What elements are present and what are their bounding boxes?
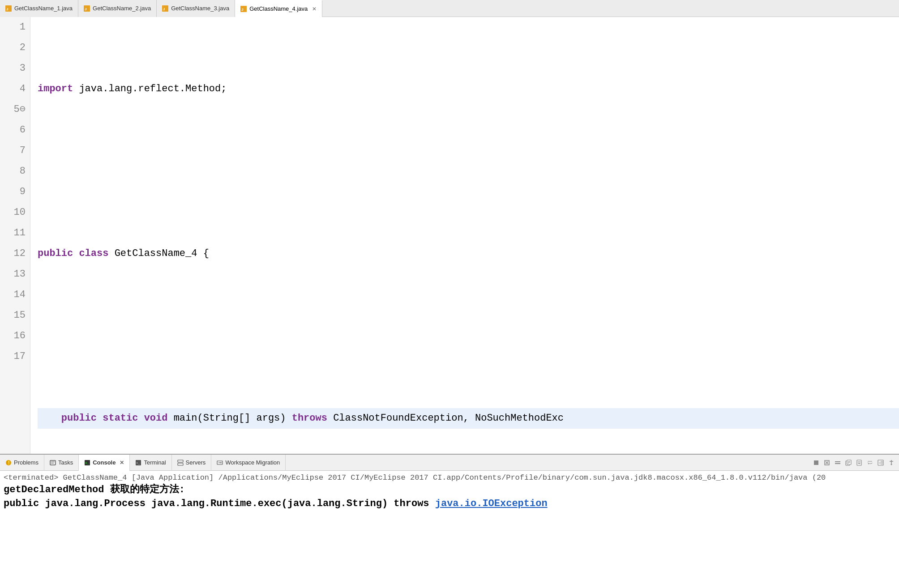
problems-tab-label: Problems: [14, 459, 39, 466]
line-num-14: 14: [4, 285, 26, 305]
tab-label: GetClassName_3.java: [171, 5, 229, 12]
tab-servers[interactable]: Servers: [172, 455, 212, 471]
java-file-icon: J: [240, 6, 247, 12]
svg-text:J: J: [241, 8, 243, 12]
terminate-button[interactable]: [822, 458, 832, 468]
remove-terminated-icon: [835, 460, 841, 466]
code-line-5: public static void main(String[] args) t…: [38, 408, 899, 429]
scroll-lock-button[interactable]: [854, 458, 864, 468]
svg-rect-33: [857, 460, 861, 465]
tasks-tab-label: Tasks: [58, 459, 73, 466]
pin-console-button[interactable]: [886, 458, 896, 468]
svg-rect-17: [178, 460, 183, 462]
tab-label: GetClassName_1.java: [14, 5, 73, 12]
code-view: 1 2 3 4 5⊖ 6 7 8 9 10 11 12 13 14 15 16 …: [0, 17, 899, 454]
tab-tasks[interactable]: Tasks: [44, 455, 79, 471]
ioexception-link[interactable]: java.io.IOException: [435, 498, 548, 509]
copy-stacks-button[interactable]: [843, 458, 853, 468]
line-num-7: 7: [4, 141, 26, 161]
tab-getclassname-2[interactable]: J GetClassName_2.java: [78, 0, 157, 17]
console-icon: >_: [84, 460, 90, 466]
svg-rect-27: [835, 463, 840, 464]
java-file-icon: J: [84, 5, 90, 12]
code-line-4: [38, 326, 899, 346]
line-num-1: 1: [4, 17, 26, 38]
word-wrap-button[interactable]: [865, 458, 875, 468]
tab-console[interactable]: >_ Console ✕: [79, 455, 130, 471]
word-wrap-icon: [867, 460, 873, 466]
svg-rect-10: [50, 460, 56, 465]
svg-text:>: >: [879, 461, 881, 465]
editor-tab-bar: J GetClassName_1.java J GetClassName_2.j…: [0, 0, 899, 17]
code-content-area[interactable]: import java.lang.reflect.Method; public …: [30, 17, 899, 454]
open-console-icon: >: [878, 460, 884, 466]
line-num-6: 6: [4, 120, 26, 141]
terminal-icon: >_: [135, 460, 141, 466]
svg-text:J: J: [6, 7, 8, 11]
line-num-9: 9: [4, 182, 26, 202]
svg-marker-38: [868, 463, 869, 464]
svg-text:J: J: [163, 7, 165, 11]
servers-tab-label: Servers: [186, 459, 206, 466]
left-margin: [0, 17, 4, 454]
svg-rect-26: [835, 461, 840, 462]
svg-rect-18: [178, 463, 183, 465]
console-tab-label: Console: [93, 459, 116, 466]
svg-text:!: !: [8, 460, 9, 465]
bottom-tab-bar: ! Problems Tasks >_ Console ✕ >_: [0, 455, 899, 471]
remove-terminated-button[interactable]: [833, 458, 843, 468]
line-num-17: 17: [4, 346, 26, 367]
svg-marker-47: [890, 464, 892, 465]
scroll-lock-icon: [856, 460, 862, 466]
terminal-tab-label: Terminal: [144, 459, 166, 466]
tab-terminal[interactable]: >_ Terminal: [130, 455, 171, 471]
java-file-icon: J: [162, 5, 168, 12]
console-output-line-1: getDeclaredMethod 获取的特定方法:: [4, 483, 895, 497]
svg-text:>_: >_: [85, 461, 90, 465]
line-num-4: 4: [4, 79, 26, 99]
tab-problems[interactable]: ! Problems: [0, 455, 44, 471]
console-toolbar: >: [809, 456, 899, 469]
tab-getclassname-4[interactable]: J GetClassName_4.java ✕: [235, 0, 322, 17]
line-num-12: 12: [4, 243, 26, 264]
line-num-15: 15: [4, 305, 26, 326]
line-numbers: 1 2 3 4 5⊖ 6 7 8 9 10 11 12 13 14 15 16 …: [4, 17, 30, 454]
line-num-3: 3: [4, 58, 26, 79]
migration-icon: [217, 460, 223, 466]
line-num-11: 11: [4, 223, 26, 243]
open-console-button[interactable]: >: [876, 458, 886, 468]
console-terminated-line: <terminated> GetClassName_4 [Java Applic…: [4, 473, 895, 483]
code-line-1: import java.lang.reflect.Method;: [38, 79, 899, 99]
tab-label: GetClassName_2.java: [93, 5, 151, 12]
tab-label: GetClassName_4.java: [249, 5, 308, 12]
pin-console-icon: [888, 460, 895, 466]
line-num-16: 16: [4, 326, 26, 346]
problems-icon: !: [5, 460, 12, 466]
line-num-5: 5⊖: [4, 99, 26, 120]
svg-marker-21: [221, 462, 222, 464]
tab-workspace-migration[interactable]: Workspace Migration: [211, 455, 286, 471]
tab-getclassname-3[interactable]: J GetClassName_3.java: [157, 0, 235, 17]
console-output-area: <terminated> GetClassName_4 [Java Applic…: [0, 471, 899, 588]
code-line-3: public class GetClassName_4 {: [38, 243, 899, 264]
tasks-icon: [50, 460, 56, 466]
line-num-2: 2: [4, 38, 26, 58]
svg-marker-36: [858, 463, 860, 464]
tab-close-button[interactable]: ✕: [312, 6, 317, 12]
terminate-icon: [824, 460, 830, 466]
svg-rect-22: [814, 460, 818, 465]
java-file-icon: J: [5, 5, 12, 12]
console-output-line-2: public java.lang.Process java.lang.Runti…: [4, 497, 895, 511]
code-line-2: [38, 161, 899, 182]
workspace-migration-tab-label: Workspace Migration: [225, 459, 280, 466]
copy-stacks-icon: [845, 460, 852, 466]
console-tab-close[interactable]: ✕: [120, 460, 124, 466]
bottom-panel: ! Problems Tasks >_ Console ✕ >_: [0, 454, 899, 588]
line-num-13: 13: [4, 264, 26, 285]
stop-button[interactable]: [811, 458, 821, 468]
svg-text:J: J: [85, 7, 86, 11]
svg-text:>_: >_: [136, 461, 140, 465]
line-num-8: 8: [4, 161, 26, 182]
tab-getclassname-1[interactable]: J GetClassName_1.java: [0, 0, 78, 17]
code-editor: 1 2 3 4 5⊖ 6 7 8 9 10 11 12 13 14 15 16 …: [0, 17, 899, 454]
